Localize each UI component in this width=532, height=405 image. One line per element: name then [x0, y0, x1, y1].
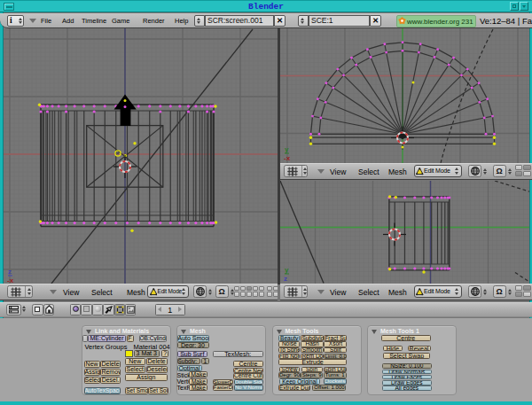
svg-text:y: y — [285, 266, 289, 274]
svg-text:z: z — [8, 268, 12, 276]
svg-text:z: z — [284, 275, 287, 283]
svg-text:y: y — [285, 145, 289, 153]
svg-text:-x: -x — [284, 154, 291, 162]
